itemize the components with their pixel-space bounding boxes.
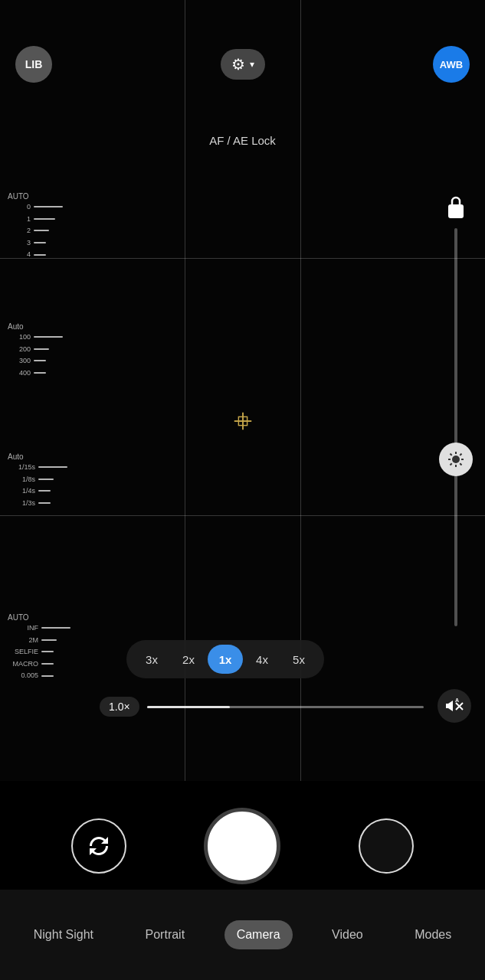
focus-label-2m: 2M xyxy=(8,635,38,645)
svg-rect-3 xyxy=(448,204,464,218)
brightness-control[interactable] xyxy=(441,191,471,632)
brightness-icon xyxy=(447,451,464,468)
shutter-tick-4 xyxy=(38,490,51,492)
lock-svg xyxy=(445,194,467,220)
nav-item-portrait[interactable]: Portrait xyxy=(133,920,198,949)
ev-slider[interactable]: Auto 100 200 300 400 xyxy=(8,322,63,377)
flip-camera-button[interactable] xyxy=(71,818,126,874)
focus-tick-selfie xyxy=(41,651,54,652)
iso-slider[interactable]: AUTO 0 1 2 3 4 xyxy=(8,191,63,260)
awb-button[interactable]: AWB xyxy=(433,46,470,83)
svg-line-11 xyxy=(460,454,461,456)
svg-point-4 xyxy=(452,456,460,463)
shutter-label-auto: Auto xyxy=(8,452,67,462)
iso-tick-4 xyxy=(34,254,46,256)
iso-label-4: 4 xyxy=(8,250,31,260)
nav-item-modes[interactable]: Modes xyxy=(402,920,464,949)
nav-label-modes: Modes xyxy=(415,928,451,942)
svg-line-12 xyxy=(451,463,452,465)
nav-item-video[interactable]: Video xyxy=(320,920,375,949)
ev-label-100: 100 xyxy=(8,332,31,342)
iso-label-auto: AUTO xyxy=(8,191,63,202)
shutter-button[interactable] xyxy=(208,812,277,880)
af-ae-lock-label: AF / AE Lock xyxy=(209,134,276,147)
shutter-label-15: 1/15s xyxy=(8,462,35,472)
brightness-track[interactable] xyxy=(454,228,457,626)
lock-icon xyxy=(441,191,471,222)
nav-label-video: Video xyxy=(332,928,363,942)
top-bar: LIB ⚙ ▾ AWB xyxy=(0,46,485,83)
grid-line-h1 xyxy=(0,258,485,259)
lib-button[interactable]: LIB xyxy=(15,46,52,83)
zoom-1x-button[interactable]: 1x xyxy=(208,645,243,674)
shutter-tick-8 xyxy=(38,479,54,480)
mute-auto-icon: A xyxy=(444,696,464,716)
gallery-thumbnail[interactable] xyxy=(359,818,414,874)
zoom-3x-button[interactable]: 3x xyxy=(134,645,169,674)
nav-item-camera[interactable]: Camera xyxy=(224,920,293,949)
zoom-2x-button[interactable]: 2x xyxy=(171,645,206,674)
zoom-5x-button[interactable]: 5x xyxy=(281,645,316,674)
focus-label-005: 0.005 xyxy=(8,671,38,681)
settings-button[interactable]: ⚙ ▾ xyxy=(221,49,265,80)
focus-slider[interactable]: AUTO INF 2M SELFIE MACRO 0.005 xyxy=(8,612,70,681)
bottom-controls xyxy=(0,804,485,888)
iso-tick-3 xyxy=(34,242,46,243)
svg-line-10 xyxy=(460,463,461,465)
ev-tick-100 xyxy=(34,336,63,338)
zoom-track-fill xyxy=(147,706,230,708)
shutter-slider[interactable]: Auto 1/15s 1/8s 1/4s 1/3s xyxy=(8,452,67,508)
nav-label-camera: Camera xyxy=(237,928,280,942)
focus-label-auto: AUTO xyxy=(8,612,70,623)
flip-icon xyxy=(85,832,113,860)
nav-label-portrait: Portrait xyxy=(146,928,185,942)
brightness-thumb[interactable] xyxy=(439,443,473,476)
focus-tick-macro xyxy=(41,663,54,665)
focus-tick-005 xyxy=(41,675,54,677)
ev-label-auto: Auto xyxy=(8,322,63,332)
shutter-label-4: 1/4s xyxy=(8,486,35,496)
iso-label-2: 2 xyxy=(8,226,31,236)
ev-tick-300 xyxy=(34,360,46,361)
zoom-level-badge[interactable]: 1.0× xyxy=(100,697,139,717)
ev-tick-400 xyxy=(34,372,46,374)
zoom-level-bar: 1.0× xyxy=(100,697,424,717)
shutter-tick-15 xyxy=(38,466,67,468)
iso-tick-1 xyxy=(34,218,55,220)
ev-label-300: 300 xyxy=(8,356,31,366)
crosshair xyxy=(231,410,254,433)
shutter-tick-3 xyxy=(38,502,51,504)
ev-label-400: 400 xyxy=(8,368,31,378)
iso-label-0: 0 xyxy=(8,202,31,212)
zoom-selector: 3x 2x 1x 4x 5x xyxy=(126,640,324,678)
auto-sound-button[interactable]: A xyxy=(437,689,471,723)
nav-item-night-sight[interactable]: Night Sight xyxy=(21,920,106,949)
crosshair-icon xyxy=(231,409,254,433)
zoom-track[interactable] xyxy=(147,706,424,708)
chevron-down-icon: ▾ xyxy=(250,59,254,70)
shutter-label-8: 1/8s xyxy=(8,475,35,485)
svg-text:A: A xyxy=(455,697,459,703)
focus-tick-inf xyxy=(41,627,70,629)
iso-label-3: 3 xyxy=(8,238,31,248)
svg-line-9 xyxy=(451,454,452,456)
zoom-4x-button[interactable]: 4x xyxy=(244,645,280,674)
bottom-nav: Night Sight Portrait Camera Video Modes xyxy=(0,890,485,980)
shutter-inner xyxy=(214,818,271,875)
iso-tick-2 xyxy=(34,230,49,231)
nav-label-night-sight: Night Sight xyxy=(34,928,93,942)
ev-tick-200 xyxy=(34,348,49,350)
grid-line-h2 xyxy=(0,515,485,516)
gear-icon: ⚙ xyxy=(231,55,245,74)
ev-label-200: 200 xyxy=(8,345,31,354)
iso-label-1: 1 xyxy=(8,214,31,224)
focus-label-selfie: SELFIE xyxy=(8,647,38,657)
iso-tick-0 xyxy=(34,206,63,207)
focus-tick-2m xyxy=(41,639,57,641)
shutter-label-3: 1/3s xyxy=(8,498,35,508)
focus-label-inf: INF xyxy=(8,623,38,633)
focus-label-macro: MACRO xyxy=(8,659,38,669)
